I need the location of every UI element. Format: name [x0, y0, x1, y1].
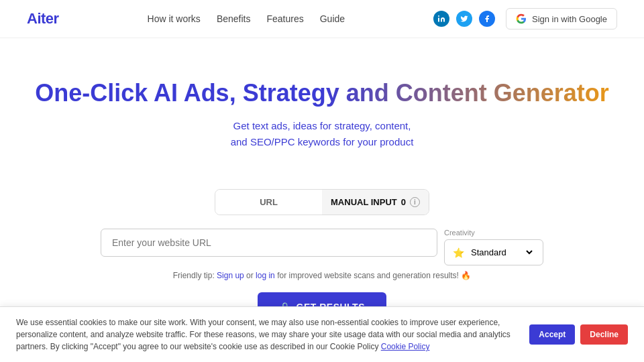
info-icon: i — [410, 197, 420, 207]
cookie-policy-link[interactable]: Cookie Policy — [381, 342, 430, 351]
tab-manual-label: MANUAL INPUT — [331, 197, 397, 207]
tab-manual-input[interactable]: MANUAL INPUT 0 i — [322, 190, 429, 215]
hero-subtitle: Get text ads, ideas for strategy, conten… — [13, 118, 631, 150]
hero-title: One-Click AI Ads, Strategy and Content G… — [13, 78, 631, 107]
url-input[interactable] — [101, 229, 437, 257]
linkedin-icon[interactable] — [433, 11, 449, 27]
navbar-right: Sign in with Google — [433, 8, 617, 29]
twitter-icon[interactable] — [456, 11, 472, 27]
sign-in-label: Sign in with Google — [532, 14, 607, 24]
creativity-wrap: Creativity ⭐ Standard Creative Very Crea… — [444, 229, 543, 265]
facebook-icon[interactable] — [479, 11, 495, 27]
svg-point-0 — [438, 15, 439, 17]
navbar: Aiter How it works Benefits Features Gui… — [0, 0, 644, 38]
star-icon: ⭐ — [453, 247, 464, 258]
cookie-decline-button[interactable]: Decline — [580, 324, 628, 345]
input-tabs: URL MANUAL INPUT 0 i — [215, 189, 429, 215]
nav-how-it-works[interactable]: How it works — [148, 13, 201, 24]
creativity-dropdown[interactable]: Standard Creative Very Creative — [468, 247, 535, 258]
cookie-accept-button[interactable]: Accept — [529, 324, 575, 345]
input-row: Creativity ⭐ Standard Creative Very Crea… — [87, 229, 557, 265]
google-icon — [516, 13, 527, 24]
login-link[interactable]: log in — [256, 271, 275, 280]
signup-link[interactable]: Sign up — [217, 271, 244, 280]
hero-section: One-Click AI Ads, Strategy and Content G… — [0, 38, 644, 170]
creativity-select[interactable]: ⭐ Standard Creative Very Creative — [444, 239, 543, 265]
social-icons — [433, 11, 495, 27]
nav-features[interactable]: Features — [266, 13, 303, 24]
brand-logo: Aiter — [27, 10, 59, 27]
creativity-label: Creativity — [444, 229, 543, 237]
friendly-tip: Friendly tip: Sign up or log in for impr… — [87, 271, 557, 280]
tab-url[interactable]: URL — [215, 190, 322, 215]
nav-guide[interactable]: Guide — [320, 13, 345, 24]
nav-links: How it works Benefits Features Guide — [148, 13, 345, 25]
tab-manual-badge: 0 — [401, 197, 406, 207]
cookie-banner: We use essential cookies to make our sit… — [0, 306, 644, 362]
sign-in-button[interactable]: Sign in with Google — [506, 8, 617, 29]
cookie-buttons: Accept Decline — [529, 324, 628, 345]
nav-benefits[interactable]: Benefits — [217, 13, 251, 24]
cookie-text: We use essential cookies to make our sit… — [16, 316, 519, 353]
url-input-wrap — [101, 229, 437, 257]
